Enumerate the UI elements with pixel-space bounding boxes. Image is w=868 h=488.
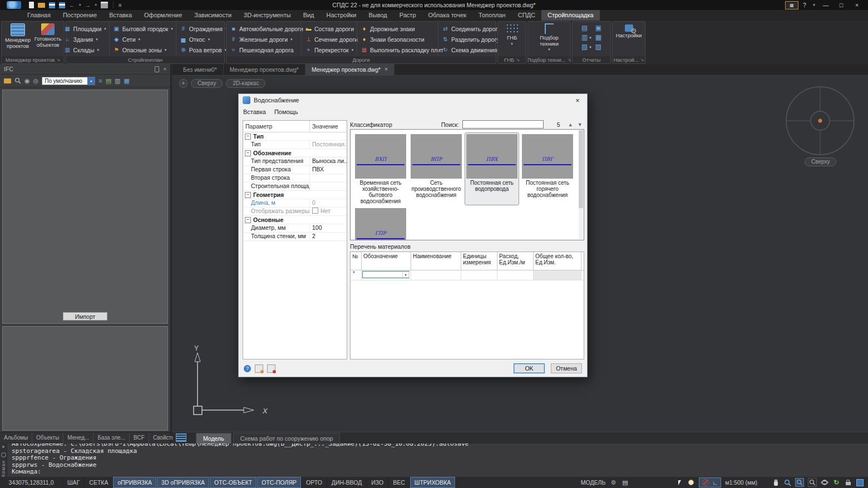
gnb-button[interactable]: ГНБ ▾: [498, 22, 526, 56]
scrollbar[interactable]: [579, 130, 583, 239]
import-button[interactable]: Импорт: [63, 312, 107, 321]
pin-icon[interactable]: [1, 452, 6, 457]
navigation-compass[interactable]: [785, 85, 856, 156]
railways-button[interactable]: #Железные дороги▾: [230, 34, 298, 44]
join-roads-button[interactable]: ⇄Соединить дороги: [442, 24, 493, 33]
import-objects-icon[interactable]: ▤: [106, 77, 111, 84]
collapse-icon[interactable]: −: [245, 150, 251, 156]
tab-postroenie[interactable]: Построение: [57, 10, 103, 21]
tab-oformlenie[interactable]: Оформление: [138, 10, 188, 21]
show-all-icon[interactable]: ◉: [24, 77, 30, 84]
zoom-object-icon[interactable]: [808, 478, 817, 487]
help-icon[interactable]: ?: [244, 365, 251, 372]
command-prompt[interactable]: Команда:: [12, 469, 868, 476]
layout-tab-model[interactable]: Модель: [196, 433, 231, 443]
auto-roads-button[interactable]: ■Автомобильные дороги▾: [230, 24, 298, 33]
tab-vyvod[interactable]: Вывод: [362, 10, 393, 21]
tab-vstavka[interactable]: Вставка: [103, 10, 138, 21]
doc-tab-unnamed[interactable]: Без имени0*: [177, 64, 224, 75]
table-settings-icon[interactable]: [255, 364, 263, 373]
pin-icon[interactable]: [155, 66, 159, 72]
areas-button[interactable]: ▦Площадки▾: [64, 24, 106, 33]
dialog-launcher-icon[interactable]: ↘: [567, 57, 570, 62]
close-tab-icon[interactable]: ×: [384, 64, 388, 75]
ok-button[interactable]: OK: [514, 363, 545, 373]
interface-scheme-icon[interactable]: ▦: [785, 1, 798, 9]
param-group-type[interactable]: −Тип: [243, 132, 347, 141]
panel-tab-albums[interactable]: Альбомы: [0, 432, 32, 443]
redo-icon[interactable]: →: [85, 2, 91, 8]
param-row-diameter[interactable]: Диаметр, мм100: [243, 224, 347, 233]
sheet-icon[interactable]: ▤: [621, 479, 629, 486]
sort-icon[interactable]: ≡: [98, 77, 102, 84]
collapse-icon[interactable]: −: [245, 134, 251, 140]
open-ifc-icon[interactable]: [4, 78, 11, 83]
ifc-settings-icon[interactable]: ▦: [124, 77, 129, 84]
toggle-3d-osnap[interactable]: 3D оПРИВЯЗКА: [157, 477, 210, 488]
report-objects-button[interactable]: ▥▾: [581, 34, 591, 41]
tab-nastroyki[interactable]: Настройки: [320, 10, 363, 21]
compass-view-label[interactable]: Сверху: [805, 157, 836, 166]
annotation-visibility-icon[interactable]: [702, 479, 709, 486]
prev-result-icon[interactable]: ▲: [568, 122, 573, 127]
report-snapshot-button[interactable]: ▣: [595, 24, 601, 32]
close-button[interactable]: ×: [850, 2, 864, 8]
search-icon[interactable]: [14, 77, 21, 84]
ifc-tree-area[interactable]: Импорт: [2, 90, 168, 324]
zoom-icon[interactable]: [783, 479, 791, 486]
chevron-down-icon[interactable]: ▾: [87, 77, 95, 85]
toggle-grid[interactable]: СЕТКА: [85, 477, 113, 488]
param-row-representation[interactable]: Тип представленияВыноска ли...: [243, 157, 347, 166]
maximize-button[interactable]: □: [835, 2, 848, 8]
help-button[interactable]: ?: [801, 2, 808, 8]
doc-tab-manager-2[interactable]: Менеджер проектов.dwg*×: [305, 64, 394, 75]
toggle-ortho[interactable]: ОРТО: [302, 477, 327, 488]
menu-insert[interactable]: Вставка: [243, 109, 266, 115]
help-caret-icon[interactable]: ▾: [811, 3, 817, 7]
annotation-scale-value[interactable]: м1:500 (мм): [725, 479, 757, 486]
dialog-launcher-icon[interactable]: ↘: [640, 57, 644, 62]
panel-tab-element-base[interactable]: База эле...: [93, 432, 130, 443]
panel-tab-bcf[interactable]: BCF: [130, 432, 149, 443]
redo-caret-icon[interactable]: ▾: [95, 3, 97, 7]
menu-help[interactable]: Помощь: [274, 109, 298, 115]
view-direction-button[interactable]: Сверху: [191, 79, 223, 88]
param-row-second-line[interactable]: Вторая строка: [243, 174, 347, 183]
buildings-button[interactable]: ⌂Здания▾: [64, 34, 106, 44]
param-row-first-line[interactable]: Первая строкаПВХ: [243, 166, 347, 174]
object-readiness-button[interactable]: Готовность объектов: [33, 22, 63, 56]
report-list-button[interactable]: ▤: [581, 24, 591, 32]
dialog-close-icon[interactable]: ×: [572, 96, 583, 105]
next-result-icon[interactable]: ▼: [578, 122, 583, 127]
danger-zones-button[interactable]: ⚑Опасные зоны▾: [113, 45, 173, 55]
param-row-show-dimensions[interactable]: Отображать размерыНет: [243, 208, 347, 216]
lock-icon[interactable]: [844, 479, 852, 486]
fences-button[interactable]: #Ограждения▾: [180, 24, 228, 33]
layout-list-icon[interactable]: [176, 433, 186, 442]
param-group-geometry[interactable]: −Геометрия: [243, 191, 347, 199]
regen-icon[interactable]: ↻: [832, 479, 840, 486]
plate-layout-button[interactable]: ▦Выполнить раскладку плит: [361, 45, 435, 55]
param-row-wall-thickness[interactable]: Толщина стенки, мм2: [243, 233, 347, 241]
report-buildings-button[interactable]: ▧▾: [581, 43, 591, 51]
classifier-item-pvh-selected[interactable]: ПВХ Постоянная сеть водопровода: [465, 132, 519, 205]
classifier-item-vpr[interactable]: ВПР Сеть производственного водоснабжения: [409, 132, 463, 205]
minimize-button[interactable]: —: [819, 2, 832, 8]
undo-caret-icon[interactable]: ▾: [79, 3, 81, 7]
designation-combobox[interactable]: ▾: [362, 271, 410, 278]
traffic-scheme-button[interactable]: ↻Схема движения: [442, 45, 493, 55]
param-row-type[interactable]: ТипПостоянная...: [243, 141, 347, 149]
tab-glavnaya[interactable]: Главная: [21, 10, 57, 21]
warehouses-button[interactable]: ▥Склады▾: [64, 45, 106, 55]
report-grid-button[interactable]: ▨: [595, 43, 601, 51]
classifier-item-gpr[interactable]: ГПР: [353, 206, 408, 240]
tab-topoplan[interactable]: Топоплан: [472, 10, 512, 21]
collapse-icon[interactable]: −: [245, 217, 251, 223]
scrollbar-thumb[interactable]: [579, 130, 583, 208]
annotation-cursor-icon[interactable]: [675, 479, 683, 486]
safety-signs-button[interactable]: ♦Знаки безопасности: [361, 34, 435, 44]
toggle-dynamic-input[interactable]: ДИН-ВВОД: [327, 477, 367, 488]
close-icon[interactable]: ×: [2, 445, 4, 450]
slope-button[interactable]: ▅Откос▾: [180, 34, 228, 44]
param-row-length[interactable]: Длина, м0: [243, 199, 347, 208]
